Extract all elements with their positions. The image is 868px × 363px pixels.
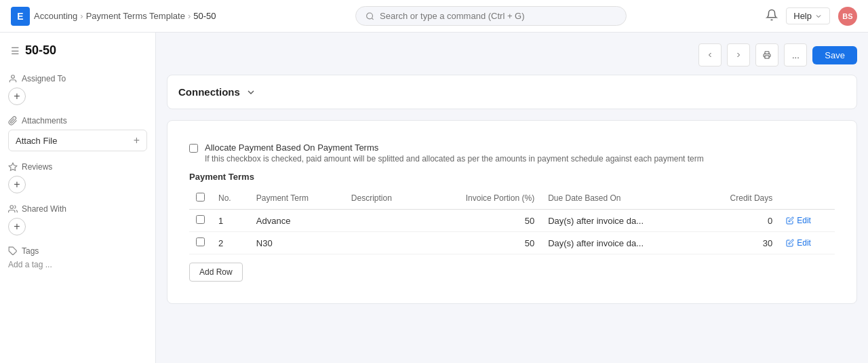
app-icon[interactable]: E	[11, 7, 30, 26]
connections-title: Connections	[178, 86, 240, 98]
breadcrumb-sep-2: ›	[188, 11, 191, 21]
connections-header[interactable]: Connections	[178, 86, 846, 98]
row-term: Advance	[250, 210, 344, 232]
breadcrumb-payment-terms[interactable]: Payment Terms Template	[86, 11, 185, 21]
reviews-header: Reviews	[8, 162, 147, 172]
help-label: Help	[793, 11, 812, 21]
pencil-icon	[786, 239, 794, 247]
svg-marker-3	[9, 163, 17, 170]
assigned-to-section: Assigned To +	[8, 74, 147, 105]
row-checkbox[interactable]	[196, 237, 205, 246]
avatar: BS	[838, 7, 857, 26]
printer-icon	[763, 50, 771, 60]
reviews-section: Reviews +	[8, 162, 147, 193]
search-bar-container	[355, 6, 627, 26]
search-bar[interactable]	[355, 6, 627, 26]
shared-with-section: Shared With +	[8, 204, 147, 235]
col-description: Description	[344, 187, 422, 210]
topbar-left: E Accounting › Payment Terms Template › …	[11, 7, 216, 26]
add-row-button[interactable]: Add Row	[189, 263, 243, 282]
allocate-row: Allocate Payment Based On Payment Terms …	[189, 142, 835, 164]
row-no: 2	[212, 232, 250, 254]
allocate-desc: If this checkbox is checked, paid amount…	[205, 154, 704, 164]
attach-plus-icon: +	[134, 134, 140, 147]
svg-rect-6	[765, 56, 769, 58]
table-header-row: No. Payment Term Description Invoice Por…	[189, 187, 835, 210]
chevron-down-icon	[814, 12, 823, 20]
edit-button[interactable]: Edit	[786, 238, 828, 248]
col-payment-term: Payment Term	[250, 187, 344, 210]
tags-header: Tags	[8, 246, 147, 256]
prev-button[interactable]	[698, 43, 722, 66]
breadcrumb-sep-1: ›	[80, 11, 83, 21]
tags-label: Tags	[22, 246, 39, 256]
shared-with-add-button[interactable]: +	[8, 218, 26, 235]
row-checkbox[interactable]	[196, 215, 205, 224]
page-title: 50-50	[25, 43, 56, 58]
next-button[interactable]	[727, 43, 750, 66]
main-content: ... Save Connections Allocate Payment Ba…	[156, 33, 868, 363]
row-term: N30	[250, 232, 344, 254]
row-desc	[344, 232, 422, 254]
sidebar: ☰ 50-50 Assigned To + Attachments Attach…	[0, 33, 156, 363]
attachments-section: Attachments Attach File +	[8, 116, 147, 151]
row-no: 1	[212, 210, 250, 232]
edit-button[interactable]: Edit	[786, 216, 828, 225]
allocate-checkbox[interactable]	[189, 144, 198, 153]
row-portion: 50	[422, 232, 541, 254]
row-credit-days: 0	[698, 210, 779, 232]
paperclip-icon	[8, 116, 18, 126]
page-title-row: ☰ 50-50	[8, 43, 147, 63]
svg-point-0	[367, 13, 373, 19]
tag-icon	[8, 246, 18, 256]
more-options-button[interactable]: ...	[784, 43, 807, 66]
allocate-label: Allocate Payment Based On Payment Terms	[205, 142, 704, 153]
svg-line-1	[372, 18, 373, 19]
select-all-checkbox[interactable]	[196, 193, 205, 202]
star-icon	[8, 162, 18, 172]
chevron-right-icon	[734, 50, 743, 60]
payment-section: Allocate Payment Based On Payment Terms …	[178, 132, 846, 292]
search-icon	[366, 12, 374, 21]
table-row: 1 Advance 50 Day(s) after invoice da... …	[189, 210, 835, 232]
add-tag-button[interactable]: Add a tag ...	[8, 260, 147, 269]
payment-terms-table: No. Payment Term Description Invoice Por…	[189, 187, 835, 254]
attachments-label: Attachments	[22, 116, 67, 126]
attachments-header: Attachments	[8, 116, 147, 126]
page-container: ☰ 50-50 Assigned To + Attachments Attach…	[0, 33, 868, 363]
svg-point-4	[10, 206, 14, 209]
tags-section: Tags Add a tag ...	[8, 246, 147, 269]
topbar: E Accounting › Payment Terms Template › …	[0, 0, 868, 33]
connections-card: Connections	[167, 75, 857, 109]
topbar-right: Help BS	[766, 7, 857, 26]
hamburger-icon[interactable]: ☰	[11, 45, 20, 56]
row-portion: 50	[422, 210, 541, 232]
row-edit-cell: Edit	[779, 210, 835, 232]
breadcrumb-current: 50-50	[193, 11, 216, 21]
svg-point-2	[12, 75, 15, 79]
assigned-to-add-button[interactable]: +	[8, 88, 26, 105]
connections-chevron-icon	[245, 87, 256, 98]
shared-with-label: Shared With	[22, 204, 66, 214]
assigned-to-header: Assigned To	[8, 74, 147, 83]
breadcrumb: Accounting › Payment Terms Template › 50…	[34, 11, 216, 21]
save-button[interactable]: Save	[812, 46, 857, 64]
print-button[interactable]	[755, 43, 778, 66]
reviews-add-button[interactable]: +	[8, 176, 26, 193]
payment-terms-card: Allocate Payment Based On Payment Terms …	[167, 120, 857, 304]
attach-file-label: Attach File	[16, 136, 57, 146]
col-actions	[779, 187, 835, 210]
more-options-label: ...	[792, 50, 800, 60]
row-edit-cell: Edit	[779, 232, 835, 254]
shared-with-header: Shared With	[8, 204, 147, 214]
row-due-date: Day(s) after invoice da...	[541, 210, 698, 232]
help-button[interactable]: Help	[786, 7, 830, 24]
table-row: 2 N30 50 Day(s) after invoice da... 30 E…	[189, 232, 835, 254]
col-no: No.	[212, 187, 250, 210]
person-icon	[8, 74, 18, 83]
notification-button[interactable]	[766, 9, 778, 24]
attach-file-button[interactable]: Attach File +	[8, 130, 147, 151]
breadcrumb-accounting[interactable]: Accounting	[34, 11, 77, 21]
payment-terms-section-title: Payment Terms	[189, 172, 835, 182]
search-input[interactable]	[380, 11, 616, 21]
